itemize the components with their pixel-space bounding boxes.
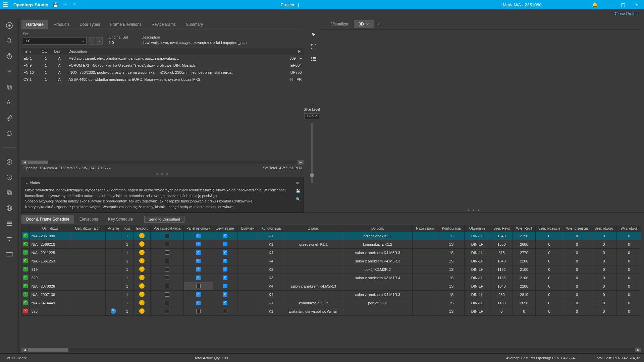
sched-col-header[interactable]: Otwieranie <box>464 225 490 232</box>
schedule-row[interactable]: 3191K2pokój K2.M2R.21SDIN-LH118221000000 <box>22 265 641 274</box>
close-tab-icon[interactable]: ✕ <box>366 22 369 26</box>
keyboard-icon[interactable] <box>5 250 13 258</box>
checkbox[interactable] <box>196 301 201 305</box>
checkbox[interactable] <box>223 242 227 246</box>
checkbox[interactable] <box>196 250 201 255</box>
hw-row[interactable]: FN-101AINOXI 750/2300: pochwyt prosty z … <box>21 69 304 76</box>
schedule-row[interactable]: 3261K1wiata śm. dla wspólnot Wmśm1SDIN-L… <box>22 307 641 316</box>
3d-canvas[interactable]: N/A - 2351080 LOKAL USŁUGOWY K1.US1 pom.… <box>321 29 641 29</box>
checkbox[interactable] <box>165 267 169 272</box>
schedule-row[interactable]: N/A - 29071361K4salon z aneksem K4.M1R.3… <box>22 291 641 299</box>
send-to-consultant-button[interactable]: Send to Consultant <box>144 216 184 223</box>
checkbox[interactable] <box>196 259 201 263</box>
edit-icon[interactable] <box>111 308 116 314</box>
tab-door-types[interactable]: Door Types <box>75 20 105 29</box>
slice-level[interactable]: ⋮ Slice Level 1269.2 <box>304 103 320 183</box>
bell-icon[interactable]: 🔔 <box>588 2 602 7</box>
info-icon[interactable] <box>5 173 13 181</box>
tab-hardware[interactable]: Hardware <box>21 20 48 29</box>
sched-col-header[interactable]: Eksport <box>133 225 151 232</box>
sched-col-header[interactable]: Nazwa pom. <box>412 225 438 232</box>
tab-elevations[interactable]: Elevations <box>75 215 103 224</box>
tab-key-schedule[interactable]: Key Schedule <box>103 215 138 224</box>
sched-col-header[interactable]: Do pom. <box>343 225 413 232</box>
close-project-link[interactable]: Close Project <box>615 11 639 16</box>
hw-scrollbar[interactable]: ◀ ▶ <box>21 160 304 165</box>
checkbox[interactable] <box>165 276 169 280</box>
zoom-in-icon[interactable]: ⊕ <box>296 180 301 186</box>
timer-icon[interactable] <box>5 52 13 60</box>
menu-icon[interactable]: ☰ <box>0 1 11 8</box>
sched-col-header[interactable]: Panel osłonowy <box>183 225 213 232</box>
checkbox[interactable] <box>165 309 169 313</box>
checkbox[interactable] <box>196 276 201 280</box>
set-select[interactable]: 1.0⌄ <box>23 37 87 45</box>
save-icon[interactable]: 💾 <box>51 2 60 7</box>
checkbox[interactable] <box>165 301 169 305</box>
checkbox[interactable] <box>196 309 201 313</box>
sched-col-header[interactable]: Wys. przejścia <box>563 225 591 232</box>
sched-col-header[interactable]: Konfiguracja <box>438 225 465 232</box>
sched-col-header[interactable]: Ilość <box>121 225 133 232</box>
sync-icon[interactable] <box>5 129 13 137</box>
checkbox[interactable] <box>165 242 169 246</box>
search-notes-icon[interactable]: 🔍 <box>296 196 301 202</box>
schedule-row[interactable]: N/A - 29112251K4salon z aneksem K4.M5R.3… <box>22 249 641 257</box>
sched-col-header[interactable]: Poza specyfikacją <box>151 225 183 232</box>
filter-icon[interactable] <box>5 68 13 76</box>
sched-col-header[interactable]: Wys. Revit <box>513 225 535 232</box>
checkbox[interactable] <box>196 292 201 297</box>
pointer-icon[interactable] <box>311 32 316 38</box>
checkbox[interactable] <box>165 234 169 238</box>
sched-col-header[interactable]: Z pom. <box>284 225 343 232</box>
slice-track[interactable] <box>311 123 313 183</box>
add-tab[interactable]: + <box>374 20 383 28</box>
globe-icon[interactable] <box>5 204 13 212</box>
notes-toggle[interactable]: ⌄Notes <box>25 180 300 186</box>
checkbox[interactable] <box>165 259 169 263</box>
scroll-left-icon[interactable]: ◀ <box>21 348 28 352</box>
sched-col-header[interactable]: Kondygnacja <box>258 225 284 232</box>
fit-icon[interactable] <box>311 44 317 50</box>
schedule-table[interactable]: Ozn. drzwiOzn. drzwi - arch.PytanieIlość… <box>21 225 641 316</box>
hw-row[interactable]: CY-11AASSA 4400 dp: wkładka mechaniczna … <box>21 76 304 83</box>
checkbox[interactable] <box>165 284 169 288</box>
sched-col-header[interactable]: Ozn. drzwi - arch. <box>71 225 105 232</box>
checkbox[interactable] <box>196 234 201 238</box>
sched-col-header[interactable]: Szer. Revit <box>490 225 513 232</box>
hw-col-header[interactable]: Description <box>66 48 282 55</box>
hw-col-header[interactable]: Qty <box>40 48 52 55</box>
tab-frame-elevations[interactable]: Frame Elevations <box>106 20 146 29</box>
sched-col-header[interactable]: Pytanie <box>106 225 121 232</box>
hw-col-header[interactable]: Leaf <box>52 48 67 55</box>
attach-icon[interactable] <box>5 114 13 122</box>
sched-col-header[interactable]: Wys. otwor <box>617 225 641 232</box>
sched-col-header[interactable]: Budynek <box>237 225 258 232</box>
checkbox[interactable] <box>196 242 201 246</box>
save-notes-icon[interactable]: 💾 <box>296 188 301 194</box>
minimize-button[interactable]: — <box>602 2 616 7</box>
checkbox[interactable] <box>223 234 227 238</box>
tab-3d[interactable]: 3D✕ <box>354 20 373 28</box>
checkbox[interactable] <box>223 250 227 255</box>
sched-col-header[interactable]: Szer. przejścia <box>535 225 563 232</box>
checkbox[interactable] <box>223 309 227 313</box>
slice-knob[interactable] <box>310 173 314 177</box>
tab-visualizer[interactable]: Visualizer <box>326 20 353 28</box>
tab-products[interactable]: Products <box>49 20 74 29</box>
hw-row[interactable]: FN-91AFORUM EXIT 4/0730: klamka U-rozeta… <box>21 62 304 69</box>
checkbox[interactable] <box>196 267 201 272</box>
close-button[interactable]: ✕ <box>630 2 644 7</box>
sched-col-header[interactable]: Ozn. drzwi <box>29 225 71 232</box>
tab-door-frame-schedule[interactable]: Door & Frame Schedule <box>21 215 74 224</box>
set-next[interactable]: › <box>96 37 103 45</box>
schedule-row[interactable]: N/A - 23510801K1przedsionek K1.11SDIN-LH… <box>22 232 641 240</box>
checkbox[interactable] <box>223 292 227 297</box>
hw-row[interactable]: ED-11AMediator: zamek elektromotoryczny,… <box>21 55 304 62</box>
tab-revit-params[interactable]: Revit Params <box>147 20 180 29</box>
sched-col-header[interactable] <box>22 225 30 232</box>
hw-col-header[interactable]: Item <box>21 48 40 55</box>
schedule-row[interactable]: N/A - 16612531K4salon z aneksem K4.M5R.3… <box>22 257 641 265</box>
sched-col-header[interactable]: Zewnętrzne <box>213 225 237 232</box>
hw-col-header[interactable]: Pr <box>282 48 304 55</box>
